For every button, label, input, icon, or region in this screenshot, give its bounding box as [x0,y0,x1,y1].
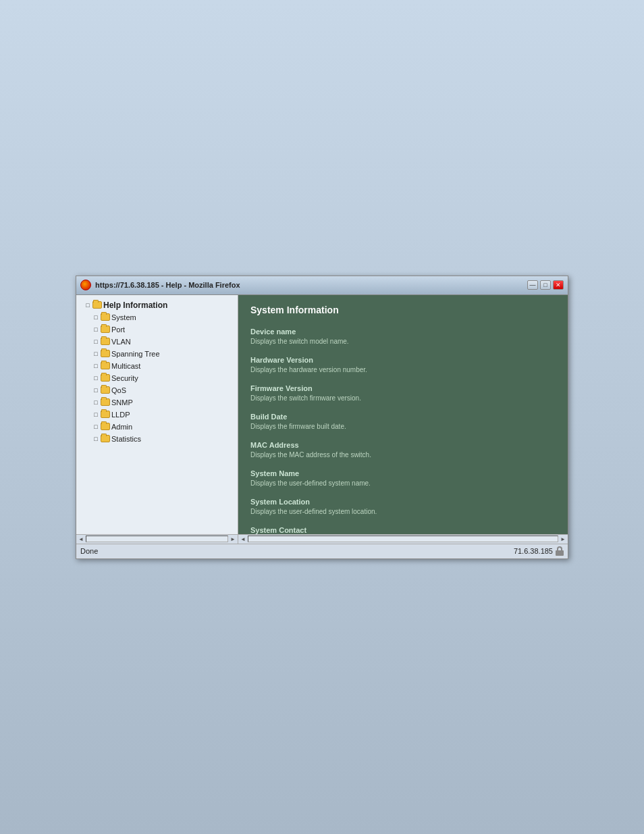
section-title-system-name: System Name [250,469,556,477]
sidebar-item-spanning-tree[interactable]: □ Spanning Tree [79,348,235,360]
section-title-build-date: Build Date [250,413,556,421]
sidebar-item-multicast[interactable]: □ Multicast [79,360,235,372]
system-folder-icon [101,313,110,321]
spanning-tree-folder-icon [101,350,110,357]
section-system-location: System Location Displays the user-define… [250,498,556,517]
security-toggle[interactable]: □ [92,372,99,384]
section-desc-system-name: Displays the user-defined system name. [250,479,556,488]
content-title: System Information [250,305,556,315]
section-title-firmware-version: Firmware Version [250,384,556,392]
section-desc-firmware-version: Displays the switch firmware version. [250,394,556,403]
browser-title: https://71.6.38.185 - Help - Mozilla Fir… [95,281,240,289]
section-title-device-name: Device name [250,328,556,336]
snmp-folder-icon [101,398,110,406]
section-desc-mac-address: Displays the MAC address of the switch. [250,450,556,460]
status-url: 71.6.38.185 [514,547,553,555]
sidebar-item-statistics[interactable]: □ Statistics [79,433,235,445]
left-scroll-arrow-left[interactable]: ◄ [76,536,86,542]
admin-label: Admin [111,421,132,433]
statistics-folder-icon [101,435,110,442]
sidebar-item-qos[interactable]: □ QoS [79,384,235,396]
port-label: Port [111,323,125,336]
admin-toggle[interactable]: □ [92,421,99,433]
left-hscroll: ◄ ► [76,535,238,544]
close-button[interactable]: ✕ [553,280,564,290]
right-panel-scroll[interactable]: System Information Device name Displays … [238,295,568,534]
system-toggle[interactable]: □ [92,311,99,323]
maximize-button[interactable]: □ [540,280,551,290]
minimize-button[interactable]: — [527,280,538,290]
right-scroll-arrow-right[interactable]: ► [558,536,568,542]
title-bar-buttons: — □ ✕ [527,280,564,290]
status-text: Done [80,547,98,555]
section-desc-system-location: Displays the user-defined system locatio… [250,507,556,517]
security-label: Security [111,372,138,384]
section-desc-hardware-version: Displays the hardware version number. [250,365,556,375]
snmp-label: SNMP [111,396,133,409]
section-system-name: System Name Displays the user-defined sy… [250,469,556,488]
sidebar-item-lldp[interactable]: □ LLDP [79,409,235,421]
section-title-system-contact: System Contact [250,526,556,534]
root-label: Help Information [103,299,167,311]
snmp-toggle[interactable]: □ [92,396,99,409]
title-bar-left: https://71.6.38.185 - Help - Mozilla Fir… [80,280,240,290]
right-hscroll: ◄ ► [238,535,568,544]
lock-icon [556,546,564,556]
tree-root[interactable]: □ Help Information [79,299,235,311]
bottom-hscroll: ◄ ► ◄ ► [76,534,568,544]
multicast-toggle[interactable]: □ [92,360,99,372]
sidebar-item-vlan[interactable]: □ VLAN [79,336,235,348]
left-panel: □ Help Information □ System □ Por [76,295,238,534]
sidebar-item-system[interactable]: □ System [79,311,235,323]
right-scroll-arrow-left[interactable]: ◄ [238,536,248,542]
section-firmware-version: Firmware Version Displays the switch fir… [250,384,556,403]
section-build-date: Build Date Displays the firmware built d… [250,413,556,432]
security-folder-icon [101,374,110,382]
browser-window: https://71.6.38.185 - Help - Mozilla Fir… [76,276,568,559]
sidebar-item-admin[interactable]: □ Admin [79,421,235,433]
left-scroll-arrow-right[interactable]: ► [228,536,238,542]
status-bar: Done 71.6.38.185 [76,544,568,558]
port-folder-icon [101,325,110,333]
root-folder-icon [92,301,102,309]
browser-content: □ Help Information □ System □ Por [76,295,568,534]
section-device-name: Device name Displays the switch model na… [250,328,556,346]
qos-toggle[interactable]: □ [92,384,99,396]
lldp-toggle[interactable]: □ [92,409,99,421]
left-panel-scroll[interactable]: □ Help Information □ System □ Por [76,295,238,534]
section-mac-address: MAC Address Displays the MAC address of … [250,441,556,460]
sidebar-item-port[interactable]: □ Port [79,323,235,336]
statistics-label: Statistics [111,433,141,445]
port-toggle[interactable]: □ [92,323,99,336]
root-toggle[interactable]: □ [84,299,91,311]
multicast-label: Multicast [111,360,140,372]
sidebar-item-snmp[interactable]: □ SNMP [79,396,235,409]
vlan-label: VLAN [111,336,131,348]
title-bar: https://71.6.38.185 - Help - Mozilla Fir… [76,276,568,295]
right-hscroll-track[interactable] [248,536,558,542]
section-desc-device-name: Displays the switch model name. [250,337,556,346]
section-title-hardware-version: Hardware Version [250,356,556,364]
spanning-tree-label: Spanning Tree [111,348,160,360]
lldp-folder-icon [101,411,110,418]
section-title-system-location: System Location [250,498,556,506]
statistics-toggle[interactable]: □ [92,433,99,445]
system-label: System [111,311,136,323]
status-right: 71.6.38.185 [514,546,564,556]
spanning-tree-toggle[interactable]: □ [92,348,99,360]
lldp-label: LLDP [111,409,130,421]
left-hscroll-track[interactable] [86,536,228,542]
qos-label: QoS [111,384,126,396]
right-panel: System Information Device name Displays … [238,295,568,534]
vlan-folder-icon [101,338,110,345]
firefox-icon [80,280,91,290]
section-system-contact: System Contact [250,526,556,534]
sidebar-item-security[interactable]: □ Security [79,372,235,384]
admin-folder-icon [101,423,110,430]
section-desc-build-date: Displays the firmware built date. [250,422,556,432]
section-title-mac-address: MAC Address [250,441,556,449]
vlan-toggle[interactable]: □ [92,336,99,348]
desktop: https://71.6.38.185 - Help - Mozilla Fir… [0,0,644,834]
section-hardware-version: Hardware Version Displays the hardware v… [250,356,556,375]
lock-body [556,550,564,556]
